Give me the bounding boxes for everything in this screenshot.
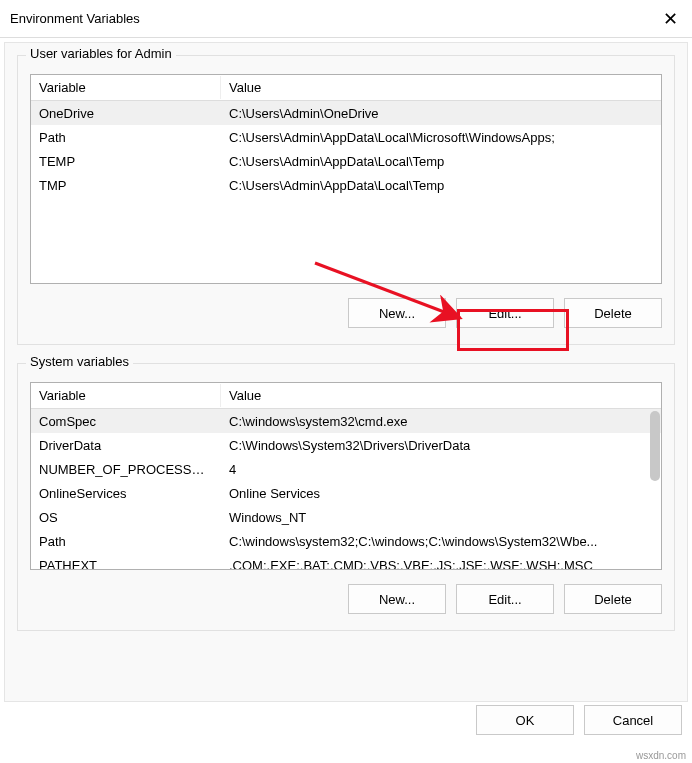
user-button-row: New... Edit... Delete [30, 298, 662, 328]
system-variables-group: System variables Variable Value ComSpecC… [17, 363, 675, 631]
title-bar: Environment Variables ✕ [0, 0, 692, 38]
table-row[interactable]: TMPC:\Users\Admin\AppData\Local\Temp [31, 173, 661, 197]
col-header-value[interactable]: Value [221, 76, 661, 99]
user-delete-button[interactable]: Delete [564, 298, 662, 328]
cell-value: C:\Users\Admin\OneDrive [221, 103, 661, 124]
watermark: wsxdn.com [636, 750, 686, 761]
cell-value: C:\Users\Admin\AppData\Local\Temp [221, 175, 661, 196]
cell-value: C:\Windows\System32\Drivers\DriverData [221, 435, 661, 456]
cell-variable: OnlineServices [31, 483, 221, 504]
user-variables-table[interactable]: Variable Value OneDriveC:\Users\Admin\On… [30, 74, 662, 284]
table-row[interactable]: PATHEXT.COM;.EXE;.BAT;.CMD;.VBS;.VBE;.JS… [31, 553, 661, 570]
sys-edit-button[interactable]: Edit... [456, 584, 554, 614]
cell-value: C:\Users\Admin\AppData\Local\Microsoft\W… [221, 127, 661, 148]
table-row[interactable]: OSWindows_NT [31, 505, 661, 529]
cell-value: C:\windows\system32;C:\windows;C:\window… [221, 531, 661, 552]
cell-value: Online Services [221, 483, 661, 504]
table-row[interactable]: OnlineServicesOnline Services [31, 481, 661, 505]
sys-table-header: Variable Value [31, 383, 661, 409]
sys-delete-button[interactable]: Delete [564, 584, 662, 614]
cell-variable: OneDrive [31, 103, 221, 124]
cell-variable: PATHEXT [31, 555, 221, 571]
cell-variable: ComSpec [31, 411, 221, 432]
cancel-button[interactable]: Cancel [584, 705, 682, 735]
user-group-label: User variables for Admin [26, 46, 176, 61]
table-row[interactable]: DriverDataC:\Windows\System32\Drivers\Dr… [31, 433, 661, 457]
ok-button[interactable]: OK [476, 705, 574, 735]
cell-value: C:\windows\system32\cmd.exe [221, 411, 661, 432]
system-group-label: System variables [26, 354, 133, 369]
cell-variable: Path [31, 531, 221, 552]
dialog-footer: OK Cancel [476, 705, 682, 735]
scrollbar-thumb[interactable] [650, 411, 660, 481]
cell-value: .COM;.EXE;.BAT;.CMD;.VBS;.VBE;.JS;.JSE;.… [221, 555, 661, 571]
cell-variable: TEMP [31, 151, 221, 172]
window-title: Environment Variables [10, 11, 140, 26]
cell-value: C:\Users\Admin\AppData\Local\Temp [221, 151, 661, 172]
cell-variable: OS [31, 507, 221, 528]
user-variables-group: User variables for Admin Variable Value … [17, 55, 675, 345]
table-row[interactable]: ComSpecC:\windows\system32\cmd.exe [31, 409, 661, 433]
cell-variable: DriverData [31, 435, 221, 456]
close-icon[interactable]: ✕ [656, 8, 684, 30]
system-variables-table[interactable]: Variable Value ComSpecC:\windows\system3… [30, 382, 662, 570]
cell-value: Windows_NT [221, 507, 661, 528]
cell-value: 4 [221, 459, 661, 480]
table-row[interactable]: NUMBER_OF_PROCESSORS4 [31, 457, 661, 481]
cell-variable: TMP [31, 175, 221, 196]
table-row[interactable]: PathC:\Users\Admin\AppData\Local\Microso… [31, 125, 661, 149]
sys-new-button[interactable]: New... [348, 584, 446, 614]
table-row[interactable]: OneDriveC:\Users\Admin\OneDrive [31, 101, 661, 125]
table-row[interactable]: PathC:\windows\system32;C:\windows;C:\wi… [31, 529, 661, 553]
user-table-header: Variable Value [31, 75, 661, 101]
user-edit-button[interactable]: Edit... [456, 298, 554, 328]
col-header-value[interactable]: Value [221, 384, 661, 407]
dialog-content: User variables for Admin Variable Value … [4, 42, 688, 702]
cell-variable: Path [31, 127, 221, 148]
sys-button-row: New... Edit... Delete [30, 584, 662, 614]
cell-variable: NUMBER_OF_PROCESSORS [31, 459, 221, 480]
col-header-variable[interactable]: Variable [31, 384, 221, 407]
col-header-variable[interactable]: Variable [31, 76, 221, 99]
user-new-button[interactable]: New... [348, 298, 446, 328]
table-row[interactable]: TEMPC:\Users\Admin\AppData\Local\Temp [31, 149, 661, 173]
